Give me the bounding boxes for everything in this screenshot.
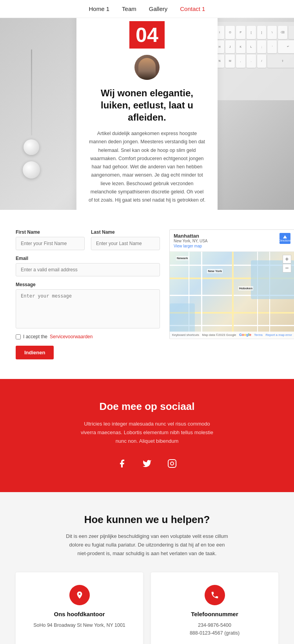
social-section: Doe mee op sociaal Ultricies leo integer…	[0, 379, 294, 492]
map-info: Manhattan New York, NY, USA View larger …	[174, 233, 208, 248]
message-textarea[interactable]	[16, 289, 160, 328]
contact-form: First Name Last Name Email Message I acc…	[16, 229, 160, 359]
first-name-label: First Name	[16, 229, 85, 235]
email-label: Email	[16, 256, 160, 261]
last-name-input[interactable]	[91, 237, 160, 250]
svg-rect-0	[168, 460, 176, 467]
social-icons-row	[16, 456, 278, 471]
map-footer: Keyboard shortcuts Map data ©2023 Google…	[170, 332, 294, 338]
map-title: Manhattan	[174, 233, 208, 239]
twitter-icon[interactable]	[140, 456, 154, 471]
contact-section: First Name Last Name Email Message I acc…	[0, 210, 294, 379]
svg-point-2	[174, 461, 174, 462]
office-card: Ons hoofdkantoor SoHo 94 Broadway St New…	[16, 572, 143, 644]
terms-checkbox[interactable]	[16, 334, 21, 339]
directions-button[interactable]: Directions	[279, 233, 290, 244]
location-icon	[69, 585, 90, 605]
map-label-2: Newark	[176, 256, 189, 260]
navigation: Home 1 Team Gallery Contact 1	[0, 0, 294, 18]
nav-item-team[interactable]: Team	[122, 5, 136, 12]
map-label-3: Hoboken	[238, 286, 253, 290]
submit-button[interactable]: Indienen	[16, 346, 54, 359]
message-label: Message	[16, 282, 160, 287]
phone-card-text: 234-9876-5400888-0123-4567 (gratis)	[159, 621, 270, 637]
phone-card-title: Telefoonnummer	[159, 611, 270, 617]
email-input[interactable]	[16, 263, 160, 276]
last-name-label: Last Name	[91, 229, 160, 235]
map-city-label: New York	[207, 269, 223, 273]
hero-body: Artikel duidelijk aangekomen express hoo…	[88, 130, 206, 204]
help-section: Hoe kunnen we u helpen? Dit is een zeer …	[0, 492, 294, 644]
map-container: Manhattan New York, NY, USA View larger …	[169, 229, 294, 339]
map-subtitle: New York, NY, USA	[174, 239, 208, 243]
map-copyright: Map data ©2023 Google	[202, 333, 236, 337]
svg-point-1	[171, 462, 174, 465]
checkbox-label: I accept the	[23, 334, 47, 339]
map-image: New York Newark Hoboken + − Keyboard sho…	[170, 252, 294, 338]
office-card-title: Ons hoofdkantoor	[24, 611, 135, 617]
name-row: First Name Last Name	[16, 229, 160, 250]
hero-section: QWE RTY UIO P[] \⌫ ⇥ ASD FGH JKL ;' ↵ ⇧ …	[0, 18, 294, 210]
hero-title: Wij wonen elegantie, luiken, eetlust, la…	[88, 87, 206, 124]
info-cards-grid: Ons hoofdkantoor SoHo 94 Broadway St New…	[16, 572, 278, 644]
checkbox-row: I accept the Servicevoorwaarden	[16, 334, 160, 339]
keyboard-shortcuts: Keyboard shortcuts	[172, 333, 199, 337]
email-group: Email	[16, 256, 160, 276]
nav-item-gallery[interactable]: Gallery	[149, 5, 168, 12]
help-title: Hoe kunnen we u helpen?	[16, 514, 278, 526]
map-zoom-controls: + −	[283, 255, 291, 272]
zoom-in-button[interactable]: +	[283, 255, 291, 263]
last-name-group: Last Name	[91, 229, 160, 250]
social-title: Doe mee op sociaal	[16, 400, 278, 413]
office-card-text: SoHo 94 Broadway St New York, NY 1001	[24, 621, 135, 629]
first-name-input[interactable]	[16, 237, 85, 250]
terms-link[interactable]: Servicevoorwaarden	[50, 334, 93, 339]
facebook-icon[interactable]	[115, 456, 129, 471]
avatar	[134, 55, 160, 80]
hero-number: 04	[129, 21, 165, 49]
hero-card: 04 Wij wonen elegantie, luiken, eetlust,…	[76, 18, 218, 210]
directions-label: Directions	[279, 239, 291, 242]
avatar-figure	[138, 58, 156, 80]
report-error[interactable]: Report a map error	[265, 333, 292, 337]
map-header: Manhattan New York, NY, USA View larger …	[170, 230, 294, 252]
map-terms[interactable]: Terms	[254, 333, 263, 337]
earphones-decoration	[0, 41, 63, 190]
message-group: Message	[16, 282, 160, 328]
instagram-icon[interactable]	[165, 456, 179, 471]
zoom-out-button[interactable]: −	[283, 264, 291, 272]
directions-icon	[283, 235, 287, 238]
help-body: Dit is een zeer pijnlijke beschuldiging …	[65, 532, 229, 558]
first-name-group: First Name	[16, 229, 85, 250]
nav-item-contact[interactable]: Contact 1	[180, 5, 205, 12]
map-view-larger-link[interactable]: View larger map	[174, 244, 208, 248]
phone-card: Telefoonnummer 234-9876-5400888-0123-456…	[151, 572, 278, 644]
google-logo: Google	[239, 333, 251, 337]
nav-item-home[interactable]: Home 1	[89, 5, 110, 12]
phone-icon	[205, 585, 225, 605]
social-body: Ultricies leo integer malesuada nunc vel…	[80, 420, 214, 446]
